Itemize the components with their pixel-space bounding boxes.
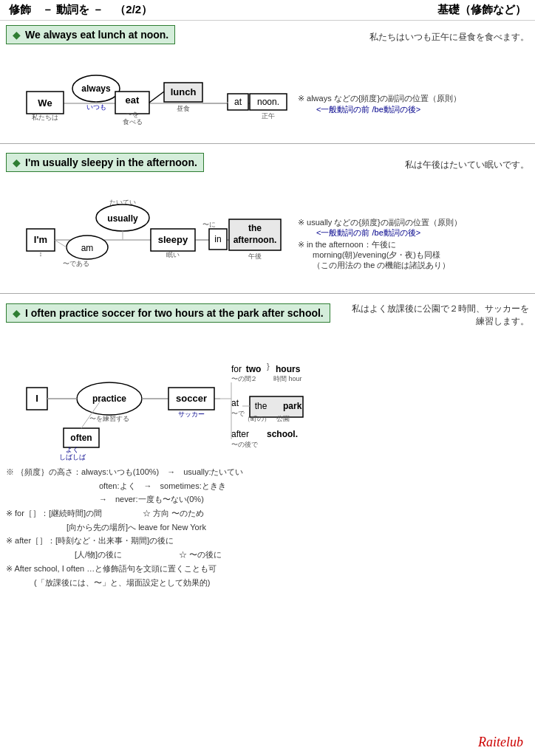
section-3-heading-row: ◆ I often practice soccer for two hours … <box>6 303 529 328</box>
we-text: We <box>38 97 52 109</box>
at-text-3: at <box>231 398 239 408</box>
section-3-notes: ※ ｛頻度｝の高さ：always:いつも(100%) → usually:たいて… <box>0 462 535 592</box>
afternoon-text: afternoon. <box>234 235 277 245</box>
svg-text:}: } <box>267 362 270 371</box>
park-sub: 公園 <box>276 415 290 422</box>
note-2-line5: （この用法の the の機能は諸説あり） <box>313 261 450 269</box>
eat-text: eat <box>126 94 140 106</box>
im-text: I'm <box>34 234 47 245</box>
section-2: ◆ I'm usually sleepy in the afternoon. 私… <box>0 148 535 289</box>
eat-sub1: 〜を <box>126 111 139 118</box>
note-3-7: [人/物]の後に ☆ 〜の後に <box>6 548 529 562</box>
svg-line-5 <box>149 92 164 103</box>
section-1-translation: 私たちはいつも正午に昼食を食べます。 <box>175 31 529 44</box>
sleepy-text: sleepy <box>158 234 188 245</box>
usually-text: usually <box>107 213 138 224</box>
noon-sub: 正午 <box>262 112 275 120</box>
note-2-line3: ※ in the afternoon：午後に <box>298 240 396 249</box>
after-sub: 〜の後で <box>231 441 259 448</box>
note-1-line1: ※ always などの{頻度}の副詞の位置（原則） <box>298 94 461 103</box>
note-3-4: ※ for［］：[継続時間]の間 ☆ 方向 〜のため <box>6 506 529 520</box>
im-sub: ↕ <box>39 250 43 258</box>
section-3-diagram: I practice 〜を練習する soccer サッカー often よく し… <box>6 332 523 458</box>
divider-1 <box>0 143 535 144</box>
lunch-text: lunch <box>171 86 197 97</box>
section-1-diagram: We 私たちは always いつも eat 〜を 食べる lunch 昼食 a… <box>6 53 523 134</box>
for-text: for <box>231 364 242 374</box>
we-sub: 私たちは <box>32 114 58 121</box>
at-text: at <box>234 97 242 107</box>
watermark: Raitelub <box>478 735 523 750</box>
often-text: often <box>70 433 92 443</box>
section-2-heading-text: I'm usually sleepy in the afternoon. <box>25 157 197 168</box>
always-text: always <box>81 83 111 94</box>
the-text-2: the <box>248 223 262 233</box>
diamond-icon-2: ◆ <box>13 157 21 168</box>
section-2-diagram: I'm ↕ たいてい usually am 〜である sleepy 眠い 〜に … <box>6 181 523 284</box>
note-2-line4: morning(朝)/evening(夕・夜)も同様 <box>313 250 440 259</box>
soccer-sub: サッカー <box>178 410 205 418</box>
section-3-heading: ◆ I often practice soccer for two hours … <box>6 303 330 323</box>
am-text: am <box>81 243 94 253</box>
note-3-5: [向から先の場所]へ leave for New York <box>6 520 529 535</box>
section-3-translation: 私はよく放課後に公園で２時間、サッカーを練習します。 <box>330 303 529 328</box>
note-3-8: ※ After school, I often …と修飾語句を文頭に置くことも可 <box>6 562 529 576</box>
lunch-sub: 昼食 <box>177 105 190 112</box>
practice-text: practice <box>92 394 126 404</box>
diamond-icon-3: ◆ <box>13 307 21 319</box>
practice-sub: 〜を練習する <box>89 415 129 422</box>
in-text: in <box>214 234 221 244</box>
i-text: I <box>35 393 38 404</box>
noon-text: noon. <box>257 97 279 107</box>
often-sub1: よく <box>66 446 79 453</box>
two-text: two <box>246 364 262 374</box>
always-sub: いつも <box>86 103 106 111</box>
note-3-3: → never:一度も〜ない(0%) <box>6 492 529 506</box>
section-1-heading-row: ◆ We always eat lunch at noon. 私たちはいつも正午… <box>6 25 529 49</box>
the-text-3: the <box>255 401 268 411</box>
note-2-line1: ※ usually などの{頻度}の副詞の位置（原則） <box>298 218 462 227</box>
section-3-heading-text: I often practice soccer for two hours at… <box>25 307 324 319</box>
am-sub: 〜である <box>63 260 89 267</box>
divider-2 <box>0 293 535 294</box>
section-2-heading-row: ◆ I'm usually sleepy in the afternoon. 私… <box>6 153 529 176</box>
two-sub: ２ <box>251 375 257 382</box>
after-text: after <box>231 429 249 439</box>
section-2-heading: ◆ I'm usually sleepy in the afternoon. <box>6 153 204 172</box>
for-sub: 〜の間 <box>231 375 251 382</box>
park-text: park <box>283 401 302 411</box>
the-sub-3: （町の） <box>244 415 270 422</box>
note-2-line2: <一般動詞の前 /be動詞の後> <box>316 228 420 237</box>
page-subtitle: 基礎（修飾など） <box>437 3 526 17</box>
page-title: 修飾 － 動詞を － （2/2） <box>9 3 152 17</box>
section-2-translation: 私は午後はたいてい眠いです。 <box>204 159 529 171</box>
school-text: school. <box>267 429 298 439</box>
ni-label: 〜に <box>202 221 216 228</box>
eat-sub2: 食べる <box>123 118 143 126</box>
section-1-heading-text: We always eat lunch at noon. <box>25 29 168 41</box>
section-1: ◆ We always eat lunch at noon. 私たちはいつも正午… <box>0 21 535 139</box>
note-3-2: often:よく → sometimes:ときき <box>6 479 529 493</box>
afternoon-sub: 午後 <box>248 252 262 260</box>
hours-sub: 時間 hour <box>273 375 302 382</box>
sleepy-sub: 眠い <box>166 251 180 258</box>
hours-text: hours <box>276 364 301 374</box>
section-3: ◆ I often practice soccer for two hours … <box>0 298 535 462</box>
svg-line-16 <box>55 240 67 247</box>
soccer-text: soccer <box>176 393 207 404</box>
note-3-9: (「放課後には、〜」と、場面設定として効果的) <box>6 576 529 590</box>
section-1-heading: ◆ We always eat lunch at noon. <box>6 25 175 44</box>
note-3-1: ※ ｛頻度｝の高さ：always:いつも(100%) → usually:たいて… <box>6 465 529 479</box>
note-3-6: ※ after［］：[時刻など・出来事・期間]の後に <box>6 534 529 548</box>
diamond-icon-1: ◆ <box>13 29 21 41</box>
page-header: 修飾 － 動詞を － （2/2） 基礎（修飾など） <box>0 0 535 21</box>
note-1-line2: <一般動詞の前 /be動詞の後> <box>316 105 420 114</box>
often-sub2: しばしば <box>59 453 86 461</box>
